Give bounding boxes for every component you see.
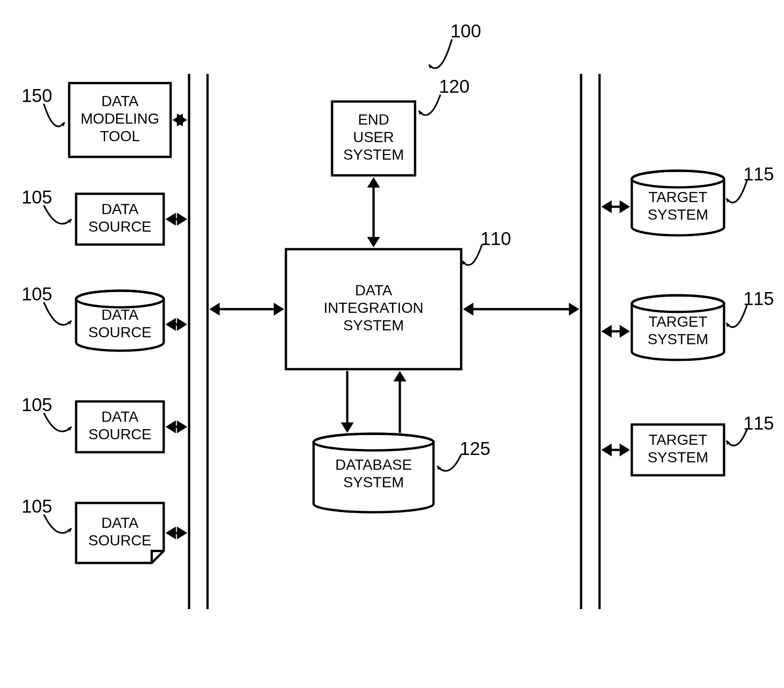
svg-marker-63: [367, 237, 380, 247]
svg-text:125: 125: [460, 438, 491, 459]
svg-text:115: 115: [743, 164, 774, 184]
svg-text:DATA: DATA: [101, 515, 139, 531]
svg-marker-54: [620, 200, 630, 213]
svg-marker-47: [209, 303, 220, 316]
svg-text:115: 115: [743, 288, 774, 309]
svg-marker-39: [177, 318, 187, 331]
svg-text:TARGET: TARGET: [648, 313, 707, 330]
svg-text:DATA: DATA: [101, 93, 139, 109]
svg-text:TARGET: TARGET: [648, 431, 707, 448]
svg-marker-56: [601, 325, 612, 338]
svg-text:DATA: DATA: [101, 306, 139, 323]
svg-marker-50: [463, 303, 473, 316]
svg-text:105: 105: [22, 496, 53, 516]
svg-text:TARGET: TARGET: [648, 189, 707, 205]
svg-text:SOURCE: SOURCE: [89, 218, 152, 235]
svg-marker-44: [166, 526, 176, 539]
svg-marker-67: [393, 371, 406, 381]
svg-text:DATA: DATA: [355, 282, 392, 299]
svg-text:DATA: DATA: [101, 408, 139, 425]
svg-text:DATABASE: DATABASE: [335, 456, 412, 473]
svg-marker-45: [177, 526, 187, 539]
svg-marker-48: [274, 303, 284, 316]
svg-text:SYSTEM: SYSTEM: [647, 449, 708, 466]
svg-text:INTEGRATION: INTEGRATION: [324, 299, 423, 316]
svg-marker-51: [569, 303, 579, 316]
svg-marker-53: [601, 200, 612, 213]
svg-text:SYSTEM: SYSTEM: [647, 331, 708, 347]
svg-text:105: 105: [22, 187, 53, 207]
svg-text:150: 150: [22, 85, 53, 106]
svg-text:MODELING: MODELING: [81, 110, 160, 127]
svg-marker-36: [177, 213, 187, 226]
svg-marker-60: [620, 443, 630, 456]
svg-marker-41: [166, 420, 176, 433]
svg-text:115: 115: [743, 413, 774, 433]
svg-text:100: 100: [451, 21, 481, 41]
svg-text:SYSTEM: SYSTEM: [343, 474, 404, 491]
svg-text:TOOL: TOOL: [100, 128, 140, 144]
svg-text:SOURCE: SOURCE: [89, 426, 152, 443]
svg-text:105: 105: [22, 284, 53, 304]
svg-text:SYSTEM: SYSTEM: [647, 206, 708, 223]
svg-text:SYSTEM: SYSTEM: [343, 317, 404, 334]
svg-text:120: 120: [439, 76, 470, 96]
svg-marker-35: [166, 213, 176, 226]
svg-text:110: 110: [481, 228, 511, 249]
svg-text:USER: USER: [353, 129, 394, 145]
svg-marker-42: [177, 420, 187, 433]
svg-text:SYSTEM: SYSTEM: [343, 146, 404, 163]
svg-text:SOURCE: SOURCE: [89, 324, 152, 341]
svg-text:END: END: [358, 111, 389, 128]
svg-text:SOURCE: SOURCE: [89, 532, 152, 549]
svg-marker-62: [367, 177, 380, 187]
svg-marker-57: [620, 325, 630, 338]
svg-marker-59: [601, 443, 612, 456]
svg-text:105: 105: [22, 395, 53, 415]
svg-text:DATA: DATA: [101, 201, 139, 217]
svg-marker-38: [166, 318, 176, 331]
svg-marker-65: [341, 423, 354, 433]
